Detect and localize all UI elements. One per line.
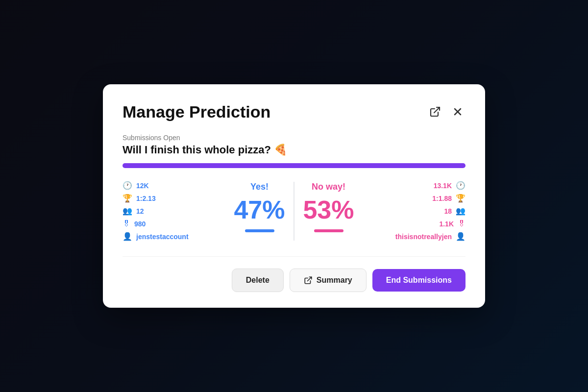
clock-icon-no: 🕐 — [456, 182, 466, 190]
no-odds-row: 1:1.88 🏆 — [363, 195, 466, 202]
svg-line-0 — [434, 107, 440, 113]
no-top-user: thisisnotreallyjen — [395, 233, 452, 241]
external-link-icon — [429, 106, 441, 118]
no-pct: 53% — [303, 197, 354, 222]
modal-container: Manage Prediction S — [103, 84, 485, 308]
center-votes: Yes! 47% No way! 53% — [225, 182, 363, 241]
people-icon-no: 👥 — [456, 207, 466, 215]
no-stats: 13.1K 🕐 1:1.88 🏆 18 👥 1.1K 🎖 thisisnotre… — [363, 182, 466, 241]
no-points: 13.1K — [434, 182, 452, 190]
people-icon-yes: 👥 — [122, 207, 132, 215]
yes-points: 12K — [136, 182, 149, 190]
no-channel-points: 1.1K — [439, 220, 454, 228]
yes-predictors: 12 — [136, 207, 144, 215]
modal-action-icons — [427, 104, 466, 120]
end-submissions-button[interactable]: End Submissions — [372, 269, 466, 292]
action-row: Delete Summary End Submissions — [122, 256, 466, 292]
close-icon — [452, 106, 464, 118]
user-icon-yes: 👤 — [122, 233, 132, 241]
question-section: Submissions Open Will I finish this whol… — [122, 134, 466, 168]
no-odds: 1:1.88 — [432, 195, 452, 202]
progress-bar — [122, 163, 466, 168]
no-predictors-row: 18 👥 — [363, 207, 466, 215]
points-icon-no: 🎖 — [458, 220, 466, 228]
no-bar — [314, 229, 343, 232]
votes-section: 🕐 12K 🏆 1:2.13 👥 12 🎖 980 👤 jenst — [122, 182, 466, 241]
delete-button[interactable]: Delete — [232, 269, 284, 292]
yes-top-user-row: 👤 jenstestaccount — [122, 233, 225, 241]
yes-points-row: 🕐 12K — [122, 182, 225, 190]
yes-label: Yes! — [250, 182, 269, 192]
no-predictors: 18 — [444, 207, 452, 215]
yes-pct: 47% — [234, 197, 285, 222]
modal-header: Manage Prediction — [122, 102, 466, 122]
no-vote-col: No way! 53% — [294, 182, 363, 241]
yes-channel-points-row: 🎖 980 — [122, 220, 225, 228]
yes-top-user: jenstestaccount — [136, 233, 189, 241]
yes-channel-points: 980 — [134, 220, 146, 228]
open-external-button[interactable] — [427, 104, 443, 120]
summary-external-icon — [304, 276, 313, 285]
yes-odds-row: 🏆 1:2.13 — [122, 195, 225, 202]
yes-stats: 🕐 12K 🏆 1:2.13 👥 12 🎖 980 👤 jenst — [122, 182, 225, 241]
no-top-user-row: thisisnotreallyjen 👤 — [363, 233, 466, 241]
modal-overlay: Manage Prediction S — [0, 0, 588, 392]
question-text: Will I finish this whole pizza? 🍕 — [122, 144, 466, 156]
yes-bar — [245, 229, 274, 232]
modal-title: Manage Prediction — [122, 102, 270, 122]
trophy-icon-no: 🏆 — [456, 195, 466, 202]
no-channel-points-row: 1.1K 🎖 — [363, 220, 466, 228]
summary-label: Summary — [317, 276, 352, 285]
no-points-row: 13.1K 🕐 — [363, 182, 466, 190]
trophy-icon-yes: 🏆 — [122, 195, 132, 202]
status-label: Submissions Open — [122, 134, 466, 142]
clock-icon: 🕐 — [122, 182, 132, 190]
yes-vote-col: Yes! 47% — [225, 182, 294, 241]
svg-line-3 — [307, 277, 311, 281]
summary-button[interactable]: Summary — [290, 269, 367, 292]
close-button[interactable] — [450, 104, 466, 120]
yes-predictors-row: 👥 12 — [122, 207, 225, 215]
yes-odds: 1:2.13 — [136, 195, 156, 202]
user-icon-no: 👤 — [456, 233, 466, 241]
no-label: No way! — [312, 182, 345, 192]
points-icon-yes: 🎖 — [122, 220, 130, 228]
